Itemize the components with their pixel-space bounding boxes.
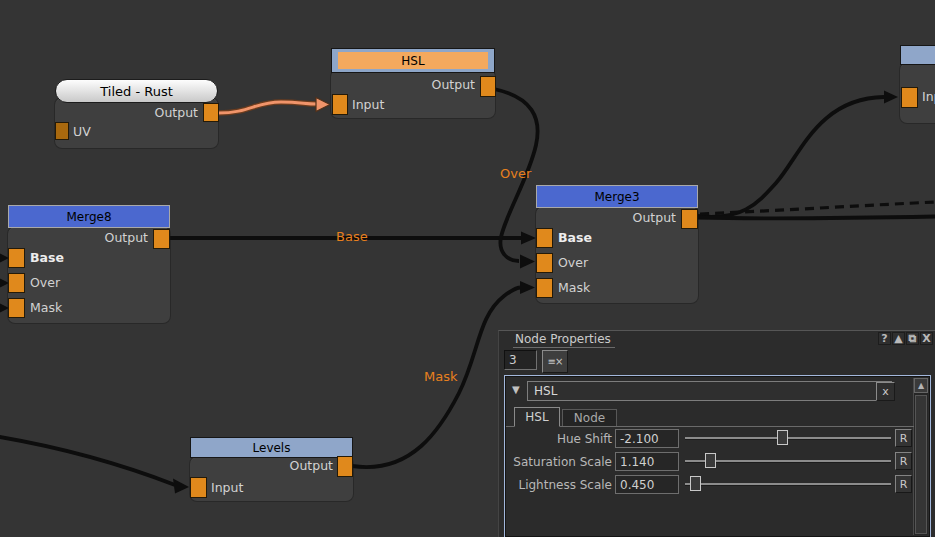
tab-hsl-label: HSL <box>525 410 548 424</box>
node-merge8-title: Merge8 <box>66 210 111 224</box>
merge8-output-label: Output <box>105 230 148 245</box>
node-merge8[interactable]: Merge8 Output Base Over Mask <box>8 205 170 323</box>
saturation-scale-slider[interactable] <box>685 452 891 469</box>
hsl-output-port[interactable] <box>480 76 496 97</box>
saturation-scale-reset-button[interactable]: R <box>895 452 912 470</box>
tiled-rust-uv-port[interactable] <box>55 122 69 140</box>
levels-input-port[interactable] <box>190 477 207 498</box>
node-graph-canvas[interactable]: Over Base Mask Tiled - Rust Output UV HS… <box>0 0 935 537</box>
tab-divider <box>506 426 914 427</box>
hue-shift-reset-button[interactable]: R <box>895 429 912 447</box>
tab-node-label: Node <box>574 411 605 425</box>
node-merge8-header[interactable]: Merge8 <box>8 205 170 228</box>
node-hsl[interactable]: HSL Output Input <box>331 48 495 118</box>
clear-panels-button[interactable]: ≡× <box>542 350 568 373</box>
clear-panels-icon: ≡× <box>548 356 563 367</box>
node-merge3-title: Merge3 <box>594 190 639 204</box>
merge8-mask-port[interactable] <box>8 298 25 318</box>
lightness-scale-slider-handle[interactable] <box>690 476 701 491</box>
saturation-scale-slider-handle[interactable] <box>705 453 716 468</box>
props-panel-title: Node Properties <box>513 332 615 348</box>
node-name-field[interactable]: HSL <box>527 381 892 401</box>
levels-output-port[interactable] <box>337 456 353 477</box>
wire-tiledrust-to-hsl[interactable] <box>218 102 317 113</box>
arrowhead-topright-input <box>884 91 898 104</box>
help-icon[interactable]: ? <box>878 332 891 345</box>
hsl-output-label: Output <box>432 77 475 92</box>
saturation-scale-reset-label: R <box>900 455 908 468</box>
lightness-scale-slider[interactable] <box>685 475 891 492</box>
lightness-scale-reset-label: R <box>900 478 908 491</box>
merge8-over-port[interactable] <box>8 273 25 293</box>
merge3-base-label: Base <box>558 230 592 245</box>
wire-merge3-to-right-edge[interactable] <box>697 217 935 219</box>
close-node-panel-label: x <box>882 385 889 398</box>
lightness-scale-slider-track[interactable] <box>685 483 891 485</box>
lightness-scale-reset-button[interactable]: R <box>895 475 912 493</box>
scroll-up-button[interactable]: ▲ <box>914 378 928 393</box>
saturation-scale-input[interactable] <box>615 452 679 471</box>
node-partial-right[interactable]: Input <box>900 45 935 123</box>
saturation-scale-slider-track[interactable] <box>685 460 891 462</box>
tab-hsl[interactable]: HSL <box>514 407 560 427</box>
tab-node[interactable]: Node <box>562 409 617 427</box>
wire-merge3-dashed[interactable] <box>700 202 935 214</box>
node-hsl-header-fill: HSL <box>338 52 488 69</box>
tiled-rust-uv-label: UV <box>73 124 91 139</box>
merge8-over-label: Over <box>30 275 60 290</box>
hue-shift-slider-track[interactable] <box>685 437 891 439</box>
wire-left-to-levels-input[interactable] <box>0 436 175 485</box>
collapse-icon[interactable]: ▲ <box>892 332 905 345</box>
float-window-icon[interactable]: ⧉ <box>906 332 919 345</box>
merge3-over-label: Over <box>558 255 588 270</box>
merge3-mask-port[interactable] <box>536 278 553 298</box>
arrowhead-merge3-base <box>521 232 536 245</box>
close-node-panel-button[interactable]: x <box>876 382 895 401</box>
merge3-output-port[interactable] <box>681 209 698 229</box>
node-properties-panel[interactable]: Node Properties ? ▲ ⧉ X ≡× ▼ HSL x ▲ <box>498 330 935 537</box>
merge3-base-port[interactable] <box>536 228 553 248</box>
tiled-rust-output-port[interactable] <box>203 103 219 122</box>
merge8-base-label: Base <box>30 250 64 265</box>
scroll-up-arrow-icon: ▲ <box>918 381 924 390</box>
hue-shift-slider-handle[interactable] <box>777 430 788 445</box>
panel-collapse-triangle-icon[interactable]: ▼ <box>512 384 520 395</box>
hue-shift-slider[interactable] <box>685 429 891 446</box>
node-levels[interactable]: Levels Output Input <box>190 437 353 501</box>
node-merge3[interactable]: Merge3 Output Base Over Mask <box>536 185 698 303</box>
merge8-mask-label: Mask <box>30 300 62 315</box>
close-panel-icon[interactable]: X <box>920 332 933 345</box>
wire-label-base: Base <box>336 229 368 244</box>
node-tiled-rust-header[interactable]: Tiled - Rust <box>55 79 218 103</box>
merge8-output-port[interactable] <box>153 229 170 249</box>
props-titlebar[interactable]: Node Properties ? ▲ ⧉ X <box>499 331 935 347</box>
merge3-over-port[interactable] <box>536 253 553 273</box>
max-panels-input[interactable] <box>504 350 537 370</box>
node-hsl-header[interactable]: HSL <box>331 48 495 73</box>
saturation-scale-label: Saturation Scale <box>507 455 612 469</box>
node-merge3-header[interactable]: Merge3 <box>536 185 698 208</box>
node-name-value: HSL <box>534 384 557 398</box>
levels-input-label: Input <box>211 480 243 495</box>
hsl-settings-panel[interactable]: ▼ HSL x ▲ HSL Node Hue Shift <box>504 375 931 537</box>
arrowhead-merge3-over <box>520 255 535 269</box>
panel-scrollbar[interactable]: ▲ <box>913 378 928 535</box>
merge3-mask-label: Mask <box>558 280 590 295</box>
wire-label-over: Over <box>500 166 531 181</box>
partial-right-input-label: Input <box>922 89 935 104</box>
node-levels-header[interactable]: Levels <box>190 437 353 458</box>
node-partial-right-header[interactable] <box>900 45 935 65</box>
node-hsl-title: HSL <box>401 54 424 68</box>
node-tiled-rust[interactable]: Tiled - Rust Output UV <box>55 79 218 149</box>
partial-right-input-port[interactable] <box>901 87 918 108</box>
hue-shift-input[interactable] <box>615 429 679 448</box>
wire-merge3-to-topright-input[interactable] <box>697 97 884 217</box>
node-levels-title: Levels <box>253 441 291 455</box>
hsl-input-label: Input <box>352 97 384 112</box>
merge8-base-port[interactable] <box>8 248 25 268</box>
hsl-input-port[interactable] <box>332 94 348 115</box>
node-tiled-rust-title: Tiled - Rust <box>100 84 173 99</box>
arrowhead-merge3-mask <box>520 281 535 294</box>
lightness-scale-input[interactable] <box>615 475 679 494</box>
scrollbar-thumb[interactable] <box>915 395 927 534</box>
